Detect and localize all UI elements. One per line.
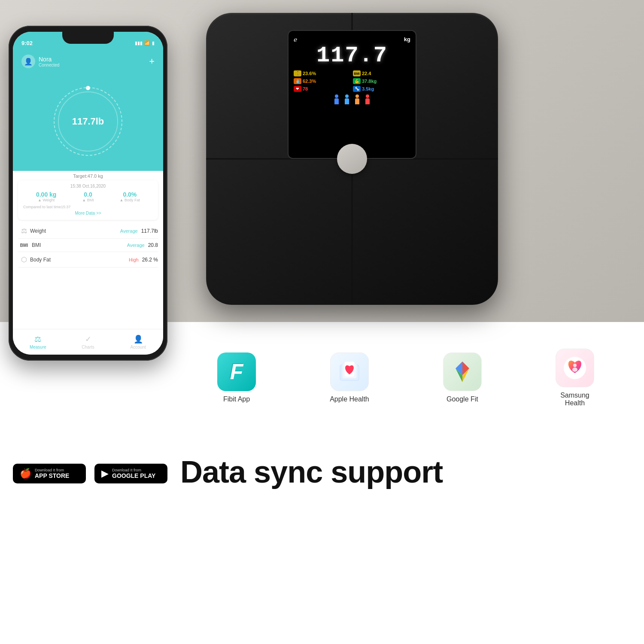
- bmi-metric-label: BMI: [32, 242, 127, 248]
- bmi-val: 0.0: [82, 191, 94, 198]
- connected-label: Connected: [39, 63, 59, 67]
- display-symbol: ℯ: [294, 36, 297, 43]
- phone-container: 9:02 ▮▮▮ 📶 ▮ 👤 Nora Connected +: [9, 26, 167, 361]
- user-head-3: [355, 94, 359, 98]
- bottom-nav: ⚖ Measure ✓ Charts 👤 Account: [13, 329, 163, 355]
- metric-row-bodyfat: ⬡ Body Fat High 26.2 %: [18, 252, 158, 267]
- gauge-area: 117.7lb: [13, 72, 163, 171]
- display-top-row: ℯ kg: [294, 36, 410, 43]
- user-head-2: [345, 94, 349, 98]
- weight-metric-label: Weight: [30, 228, 120, 234]
- samsung-health-icon: [556, 349, 594, 387]
- metric-muscle-icon: 💪: [353, 78, 361, 84]
- apple-icon: 🍎: [20, 468, 31, 479]
- nav-account[interactable]: 👤 Account: [113, 334, 163, 349]
- scale-device: ℯ kg 117.7 🧍 23.6% BMI 22.4 💧 62.3% 💪 37…: [206, 13, 498, 305]
- samsung-health-svg: [562, 355, 588, 381]
- metric-bone-icon: 🦴: [353, 86, 361, 92]
- samsung-health-item: SamsungHealth: [556, 349, 594, 407]
- user-figure-3: [354, 94, 361, 106]
- status-time: 9:02: [21, 40, 33, 46]
- app-store-button[interactable]: 🍎 Download It from APP STORE: [13, 464, 86, 483]
- weight-stat: 0.00 kg ▲ Weight: [36, 191, 56, 202]
- user-body-3: [355, 98, 359, 104]
- google-fit-icon: [443, 352, 482, 391]
- measurement-box: 15:38 Oct.16,2020 0.00 kg ▲ Weight 0.0 ▲…: [18, 180, 158, 220]
- metric-bone-val: 3.5kg: [362, 86, 374, 91]
- bodyfat-metric-label: Body Fat: [30, 257, 129, 263]
- more-data-link[interactable]: More Data >>: [23, 210, 153, 216]
- metric-body-val: 23.6%: [303, 71, 316, 76]
- nav-charts-icon: ✓: [85, 334, 91, 344]
- display-weight: 117.7: [294, 45, 410, 67]
- app-store-name: APP STORE: [35, 472, 69, 479]
- weight-metric-value: 117.7lb: [141, 228, 158, 234]
- battery-icon: ▮: [152, 40, 155, 46]
- gauge-inner: 117.7lb: [58, 91, 118, 152]
- app-header: 👤 Nora Connected +: [13, 51, 163, 72]
- fat-stat: 0.0% ▲ Body Fat: [120, 191, 140, 202]
- svg-point-10: [572, 368, 577, 372]
- bmi-status: Average: [127, 243, 145, 248]
- google-fit-svg: [450, 359, 475, 385]
- user-body-1: [334, 98, 339, 104]
- data-sync-tagline: Data sync support: [180, 455, 631, 489]
- fat-label: Body Fat: [125, 198, 140, 202]
- app-header-user: 👤 Nora Connected: [21, 55, 59, 68]
- weight-delta: ▲ Weight: [36, 198, 56, 202]
- metric-bmi-val: 22.4: [362, 71, 371, 76]
- metric-fat-icon: 💧: [294, 78, 301, 84]
- user-figure-1: [333, 94, 340, 106]
- weight-status: Average: [120, 228, 138, 234]
- metric-fat-val: 62.3%: [303, 79, 316, 84]
- wifi-icon: 📶: [144, 40, 150, 46]
- bmi-label: BMI: [87, 198, 94, 202]
- google-fit-label: Google Fit: [447, 395, 478, 403]
- measurement-stats: 0.00 kg ▲ Weight 0.0 ▲ BMI 0.0% ▲ Body F…: [23, 191, 153, 202]
- fitbit-label: Fibit App: [223, 395, 250, 403]
- status-icons: ▮▮▮ 📶 ▮: [135, 40, 155, 46]
- user-body-2: [345, 98, 349, 104]
- app-logos-row: F Fibit App Apple Health: [180, 331, 631, 425]
- add-button[interactable]: +: [149, 56, 155, 67]
- fat-val: 0.0%: [120, 191, 140, 198]
- nav-charts[interactable]: ✓ Charts: [63, 334, 113, 349]
- bodyfat-icon: ⬡: [18, 255, 30, 264]
- scale-center-button[interactable]: [337, 144, 367, 174]
- metric-row-weight: ⚖ Weight Average 117.7lb: [18, 223, 158, 239]
- avatar: 👤: [21, 55, 35, 68]
- apple-health-icon: [330, 352, 369, 391]
- user-name: Nora: [39, 56, 59, 63]
- google-play-button[interactable]: ▶ Download It from GOOGLE PLAY: [94, 464, 167, 483]
- bmi-delta: ▲ BMI: [82, 198, 94, 202]
- nav-measure-icon: ⚖: [34, 334, 41, 344]
- metric-bmi-icon: BMI: [353, 70, 361, 76]
- metric-body: 🧍 23.6%: [294, 70, 351, 76]
- metric-bmi: BMI 22.4: [353, 70, 410, 76]
- data-section: Target:47.0 kg 15:38 Oct.16,2020 0.00 kg…: [13, 171, 163, 329]
- apple-health-label: Apple Health: [330, 395, 369, 403]
- weight-val: 0.00 kg: [36, 191, 56, 198]
- bmi-metric-value: 20.8: [148, 242, 158, 248]
- phone-notch: [62, 32, 114, 44]
- bodyfat-metric-value: 26.2 %: [142, 257, 158, 263]
- metric-heart-val: 78: [303, 86, 308, 91]
- scale-display: ℯ kg 117.7 🧍 23.6% BMI 22.4 💧 62.3% 💪 37…: [288, 30, 416, 159]
- apple-health-item: Apple Health: [330, 352, 369, 403]
- bodyfat-status: High: [129, 257, 139, 262]
- compared-text: Compared to last time15:37: [23, 204, 153, 210]
- nav-measure[interactable]: ⚖ Measure: [13, 334, 63, 349]
- user-head-4: [366, 94, 369, 98]
- fat-delta: ▲ Body Fat: [120, 198, 140, 202]
- user-figure-2: [343, 94, 350, 106]
- download-buttons: 🍎 Download It from APP STORE ▶ Download …: [13, 464, 167, 483]
- metric-body-icon: 🧍: [294, 70, 301, 76]
- bmi-stat: 0.0 ▲ BMI: [82, 191, 94, 202]
- user-body-4: [365, 98, 370, 104]
- display-unit: kg: [404, 36, 410, 43]
- fitbit-icon: F: [217, 352, 256, 391]
- gauge-circle: 117.7lb: [54, 87, 122, 156]
- nav-account-icon: 👤: [134, 334, 143, 344]
- user-head-1: [335, 94, 338, 98]
- samsung-health-label: SamsungHealth: [560, 392, 589, 407]
